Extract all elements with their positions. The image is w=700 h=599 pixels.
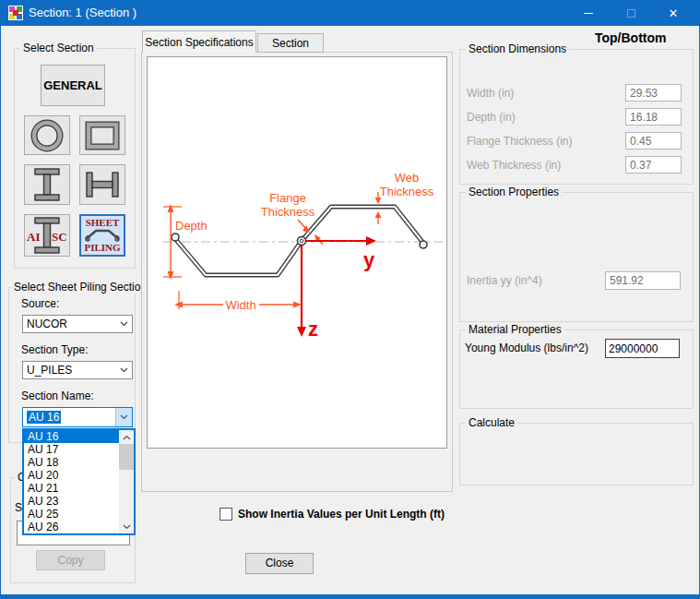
- web-thickness-in-value: 0.37: [625, 156, 682, 174]
- depth-label: Depth: [175, 219, 208, 233]
- svg-text:Thickness: Thickness: [261, 205, 315, 219]
- source-label: Source:: [21, 297, 59, 310]
- left-interlock: [172, 234, 179, 241]
- chevron-down-icon[interactable]: [115, 362, 132, 378]
- sheet-piling-section-button[interactable]: SHEET PILING: [79, 214, 125, 257]
- copy-group-label-fragment: S: [15, 501, 22, 514]
- section-type-label: Section Type:: [21, 343, 89, 356]
- section-properties-title: Section Properties: [466, 186, 562, 199]
- section-dialog: Section: 1 (Section ) ✕ Select Section G…: [0, 0, 700, 599]
- depth-in-value: 16.18: [625, 108, 682, 126]
- list-item[interactable]: AU 26: [24, 521, 119, 533]
- y-axis-label: y: [363, 248, 375, 271]
- tab-label: Section Specifications: [145, 36, 253, 49]
- minimize-icon: [584, 13, 593, 14]
- window-title: Section: 1 (Section ): [29, 0, 136, 26]
- close-icon: ✕: [669, 7, 679, 19]
- young-modulus-input[interactable]: [605, 339, 680, 358]
- list-item[interactable]: AU 16: [24, 430, 119, 443]
- flange-thickness-label: Flange: [269, 191, 306, 205]
- section-name-dropdown-list[interactable]: AU 16 AU 17 AU 18 AU 20 AU 21 AU 23 AU 2…: [22, 428, 136, 535]
- web-thickness-label: Web: [395, 171, 420, 185]
- section-diagram: Depth Width Flange Thickness Web Thic: [148, 57, 446, 448]
- material-properties-title: Material Properties: [466, 323, 564, 337]
- inertia-yy-label: Inertia yy (in^4): [467, 274, 542, 287]
- hbeam-section-button[interactable]: [79, 164, 125, 205]
- calculate-group: Calculate: [459, 423, 694, 485]
- section-diagram-canvas: Depth Width Flange Thickness Web Thic: [147, 56, 447, 449]
- section-name-value: AU 16: [27, 411, 61, 424]
- show-inertia-checkbox[interactable]: [219, 508, 232, 521]
- top-bottom-header: Top/Bottom: [595, 30, 667, 45]
- sheet-piling-icon: [83, 228, 122, 243]
- section-name-combo[interactable]: AU 16: [22, 407, 133, 427]
- svg-text:Thickness: Thickness: [380, 185, 434, 198]
- width-in-label: Width (in): [467, 87, 514, 100]
- list-item[interactable]: AU 25: [24, 508, 119, 521]
- scrollbar-thumb[interactable]: [119, 444, 134, 470]
- source-value: NUCOR: [23, 316, 115, 332]
- ibeam-section-icon: [27, 166, 67, 203]
- aisc-label-right: SC: [52, 230, 67, 244]
- copy-button-label: Copy: [57, 554, 83, 567]
- list-item[interactable]: AU 17: [24, 443, 119, 456]
- section-type-combo[interactable]: U_PILES: [22, 361, 133, 379]
- list-item[interactable]: AU 20: [24, 469, 119, 482]
- section-dimensions-title: Section Dimensions: [466, 42, 569, 56]
- title-bar[interactable]: Section: 1 (Section ) ✕: [1, 0, 700, 26]
- aisc-label-left: AI: [27, 230, 40, 244]
- tab-section-draw[interactable]: Section Draw: [257, 33, 324, 53]
- close-window-button[interactable]: ✕: [652, 0, 694, 26]
- chevron-down-icon[interactable]: [115, 316, 132, 332]
- box-section-button[interactable]: [79, 115, 125, 155]
- sheet-label: SHEET: [86, 218, 120, 228]
- general-section-button[interactable]: GENERAL: [41, 65, 105, 106]
- width-label: Width: [225, 298, 255, 312]
- section-type-value: U_PILES: [23, 362, 115, 378]
- z-axis: [297, 246, 306, 337]
- list-item[interactable]: AU 21: [24, 482, 119, 495]
- middle-interlock: [297, 236, 305, 245]
- chevron-down-icon[interactable]: [119, 520, 134, 533]
- copy-button[interactable]: Copy: [36, 550, 105, 570]
- hbeam-section-icon: [82, 166, 123, 203]
- maximize-icon: [627, 9, 635, 18]
- young-modulus-label: Young Modulus (lbs/in^2): [465, 341, 588, 354]
- circle-section-icon: [27, 118, 67, 153]
- source-combo[interactable]: NUCOR: [22, 315, 133, 333]
- chevron-down-icon[interactable]: [115, 408, 132, 426]
- chevron-up-icon[interactable]: [119, 430, 134, 444]
- web-thickness-in-label: Web Thickness (in): [467, 159, 561, 172]
- show-inertia-checkbox-label[interactable]: Show Inertia Values per Unit Length (ft): [238, 508, 445, 521]
- minimize-button[interactable]: [567, 0, 610, 26]
- section-name-label: Section Name:: [21, 389, 94, 402]
- right-interlock: [420, 241, 427, 248]
- app-icon: [8, 6, 23, 20]
- close-button-label: Close: [266, 557, 294, 569]
- z-axis-label: z: [308, 317, 318, 341]
- flange-thickness-in-value: 0.45: [625, 132, 682, 150]
- dropdown-scrollbar[interactable]: [119, 430, 134, 533]
- inertia-yy-value: 591.92: [605, 271, 681, 290]
- window-border: [1, 594, 700, 599]
- select-section-title: Select Section: [20, 42, 97, 55]
- ibeam-section-button[interactable]: [24, 164, 70, 205]
- tab-section-specifications[interactable]: Section Specifications: [142, 30, 256, 53]
- piling-label: PILING: [84, 243, 120, 253]
- list-item[interactable]: AU 23: [24, 495, 119, 508]
- list-item[interactable]: AU 18: [24, 456, 119, 469]
- sheet-piling-group-title: Select Sheet Piling Section: [11, 281, 149, 294]
- width-in-value: 29.53: [625, 84, 682, 102]
- flange-thickness-in-label: Flange Thickness (in): [467, 135, 573, 148]
- aisc-ibeam-icon: AI SC: [25, 216, 69, 255]
- box-section-icon: [82, 118, 123, 153]
- circle-section-button[interactable]: [24, 115, 70, 155]
- general-section-label: GENERAL: [43, 78, 102, 92]
- close-button[interactable]: Close: [245, 553, 314, 574]
- depth-in-label: Depth (in): [467, 111, 516, 124]
- aisc-section-button[interactable]: AI SC: [24, 214, 70, 257]
- calculate-title: Calculate: [466, 416, 517, 430]
- section-properties-group: Section Properties: [459, 192, 694, 322]
- maximize-button[interactable]: [610, 0, 652, 26]
